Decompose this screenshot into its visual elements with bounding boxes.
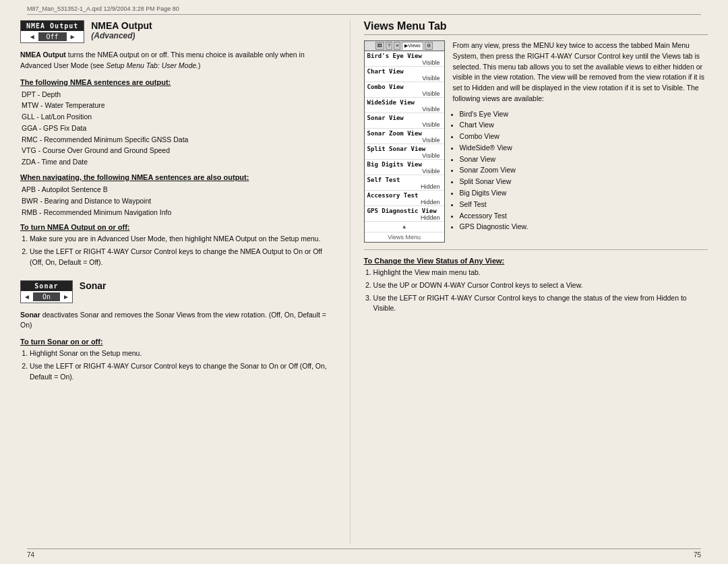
views-menu-panel: 🖼 ? ≡ ▶Views ⚙ Bird's Eye View Visible C…: [364, 40, 445, 243]
menu-item-sonar-zoom: Sonar Zoom View Visible: [365, 129, 444, 144]
view-wideside: WideSide® View: [460, 142, 708, 154]
right-column: Views Menu Tab 🖼 ? ≡ ▶Views ⚙ Bird's Eye…: [351, 20, 708, 544]
view-self-test: Self Test: [460, 199, 708, 210]
nmea-current-value: Off: [38, 32, 67, 41]
sonar-menu-box: Sonar ◄ On ►: [20, 280, 73, 303]
tab-icon-gear[interactable]: ⚙: [425, 42, 433, 50]
sonar-box-title: Sonar: [21, 281, 72, 291]
change-step-3: Use the LEFT or RIGHT 4-WAY Cursor Contr…: [373, 293, 708, 315]
sonar-steps: Highlight Sonar on the Setup menu. Use t…: [20, 348, 336, 382]
nmea-step-2: Use the LEFT or RIGHT 4-WAY Cursor Contr…: [30, 247, 336, 268]
views-menu-label: Views Menu: [365, 232, 444, 242]
sonar-arrow-right[interactable]: ►: [63, 293, 69, 301]
view-birds-eye: Bird's Eye View: [460, 108, 708, 120]
sentence-gga: GGA - GPS Fix Data: [20, 123, 336, 134]
view-split-sonar: Split Sonar View: [460, 176, 708, 187]
view-chart: Chart View: [460, 119, 708, 131]
views-section: 🖼 ? ≡ ▶Views ⚙ Bird's Eye View Visible C…: [364, 40, 708, 243]
change-step-1: Highlight the View main menu tab.: [373, 268, 708, 278]
sonar-box-value-row: ◄ On ►: [21, 291, 72, 303]
sonar-description: Sonar deactivates Sonar and removes the …: [20, 310, 336, 332]
nmea-desc-bold: NMEA Output: [20, 51, 66, 59]
sentence-gll: GLL - Lat/Lon Position: [20, 111, 336, 123]
nav-rmb: RMB - Recommended Minimum Navigation Inf…: [20, 207, 336, 218]
views-menu-tabs: 🖼 ? ≡ ▶Views ⚙: [365, 41, 444, 51]
nmea-description: NMEA Output turns the NMEA output on or …: [20, 50, 336, 71]
change-step-2: Use the UP or DOWN 4-WAY Cursor Control …: [373, 280, 708, 291]
view-combo: Combo View: [460, 131, 708, 142]
menu-item-accessory: Accessory Test Hidden: [365, 191, 444, 206]
nmea-turn-heading: To turn NMEA Output on or off:: [20, 223, 336, 231]
view-accessory: Accessory Test: [460, 210, 708, 222]
nmea-step-1: Make sure you are in Advanced User Mode,…: [30, 234, 336, 245]
nmea-title-block: NMEA Output (Advanced): [91, 20, 152, 40]
navigating-list: APB - Autopilot Sentence B BWR - Bearing…: [20, 184, 336, 218]
sentences-heading: The following NMEA sentences are output:: [20, 78, 336, 86]
page-header: M87_Man_531352-1_A.qxd 12/9/2004 3:28 PM…: [27, 5, 701, 15]
sentences-list: DPT - Depth MTW - Water Temperature GLL …: [20, 89, 336, 168]
nmea-arrow-right[interactable]: ►: [69, 33, 76, 40]
views-title: Views Menu Tab: [364, 20, 708, 35]
sentence-zda: ZDA - Time and Date: [20, 156, 336, 168]
nav-bwr: BWR - Bearing and Distance to Waypoint: [20, 195, 336, 207]
nmea-subtitle: (Advanced): [91, 31, 135, 40]
views-description: From any view, press the MENU key twice …: [453, 40, 708, 104]
sonar-desc-text: deactivates Sonar and removes the Sonar …: [20, 311, 326, 330]
views-divider: [364, 249, 708, 250]
nmea-steps: Make sure you are in Advanced User Mode,…: [20, 234, 336, 268]
header-text: M87_Man_531352-1_A.qxd 12/9/2004 3:28 PM…: [27, 5, 179, 12]
menu-item-birds-eye: Bird's Eye View Visible: [365, 51, 444, 67]
page-footer: 74 75: [27, 549, 701, 559]
sonar-step-1: Highlight Sonar on the Setup menu.: [30, 348, 336, 359]
nmea-main-title: NMEA Output: [91, 20, 152, 31]
navigating-heading: When navigating, the following NMEA sent…: [20, 173, 336, 181]
menu-item-split-sonar: Split Sonar View Visible: [365, 144, 444, 160]
menu-item-gps-diag: GPS Diagnostic View Hidden: [365, 206, 444, 222]
menu-item-big-digits: Big Digits View Visible: [365, 160, 444, 175]
sonar-title-block: Sonar: [80, 280, 107, 291]
sentence-vtg: VTG - Course Over Ground and Ground Spee…: [20, 145, 336, 156]
change-status-heading: To Change the View Status of Any View:: [364, 257, 708, 265]
tab-icon-views[interactable]: ▶Views: [402, 42, 423, 50]
menu-item-wideside: WideSide View Visible: [365, 98, 444, 113]
right-page-number: 75: [694, 551, 701, 559]
nav-apb: APB - Autopilot Sentence B: [20, 184, 336, 195]
sentence-rmc: RMC - Recommended Minimum Specific GNSS …: [20, 134, 336, 146]
view-sonar: Sonar View: [460, 154, 708, 165]
scroll-up-icon[interactable]: ▲: [402, 224, 407, 230]
menu-item-combo: Combo View Visible: [365, 82, 444, 98]
nmea-arrow-left[interactable]: ◄: [29, 33, 36, 40]
nmea-box-title: NMEA Output: [21, 21, 84, 31]
change-steps: Highlight the View main menu tab. Use th…: [364, 268, 708, 314]
menu-item-sonar: Sonar View Visible: [365, 113, 444, 129]
tab-icon-3[interactable]: ≡: [394, 42, 400, 50]
left-column: NMEA Output ◄ Off ► NMEA Output (Advance…: [20, 20, 351, 544]
sentence-mtw: MTW - Water Temperature: [20, 100, 336, 111]
sonar-arrow-left[interactable]: ◄: [24, 293, 30, 301]
tab-icon-1[interactable]: 🖼: [375, 42, 384, 50]
nmea-box-value-row: ◄ Off ►: [21, 31, 84, 42]
available-views-list: Bird's Eye View Chart View Combo View Wi…: [453, 108, 708, 233]
left-page-number: 74: [27, 551, 34, 559]
view-big-digits: Big Digits View: [460, 187, 708, 199]
nmea-menu-box: NMEA Output ◄ Off ►: [20, 20, 84, 43]
sonar-step-2: Use the LEFT or RIGHT 4-WAY Cursor Contr…: [30, 361, 336, 383]
sonar-turn-heading: To turn Sonar on or off:: [20, 338, 336, 346]
menu-item-chart: Chart View Visible: [365, 67, 444, 82]
sonar-section: Sonar ◄ On ► Sonar Sonar deactivates Son…: [20, 280, 336, 383]
views-content: From any view, press the MENU key twice …: [453, 40, 708, 243]
tab-icon-2[interactable]: ?: [386, 42, 392, 50]
sentence-dpt: DPT - Depth: [20, 89, 336, 100]
view-sonar-zoom: Sonar Zoom View: [460, 164, 708, 176]
sonar-main-title: Sonar: [80, 280, 107, 291]
sonar-current-value: On: [33, 292, 60, 301]
sonar-desc-bold: Sonar: [20, 311, 40, 319]
view-gps-diag: GPS Diagnostic View.: [460, 221, 708, 232]
menu-item-self-test: Self Test Hidden: [365, 175, 444, 191]
views-menu-scroll: ▲: [365, 222, 444, 232]
